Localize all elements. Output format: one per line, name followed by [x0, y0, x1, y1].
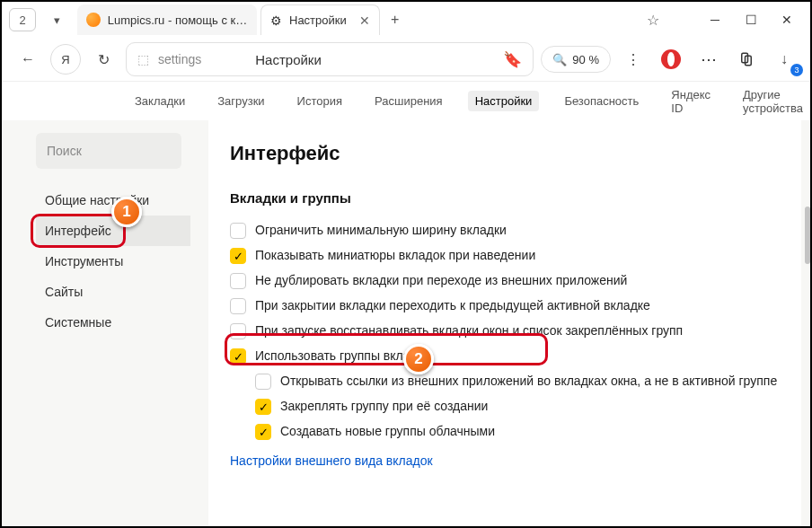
- option-label: При запуске восстанавливать вкладки окон…: [255, 323, 683, 338]
- tab-title: Настройки: [289, 13, 347, 27]
- reload-button[interactable]: ↻: [88, 44, 119, 75]
- extension-icon[interactable]: [731, 44, 762, 75]
- option-label: Ограничить минимальную ширину вкладки: [255, 223, 507, 237]
- tab-strip: 2 ▾ Lumpics.ru - помощь с ком ⚙ Настройк…: [2, 2, 810, 38]
- address-bar[interactable]: ⬚ settings Настройки 🔖: [126, 42, 534, 76]
- option-row[interactable]: При закрытии вкладки переходить к предыд…: [230, 294, 780, 319]
- sidebar-item-tools[interactable]: Инструменты: [36, 246, 190, 277]
- sidebar-item-label: Интерфейс: [45, 224, 111, 238]
- option-row[interactable]: При запуске восстанавливать вкладки окон…: [230, 319, 780, 344]
- nav-extensions[interactable]: Расширения: [367, 91, 450, 111]
- bookmark-icon[interactable]: 🔖: [503, 50, 522, 69]
- downloads-button[interactable]: ↓ 3: [769, 44, 799, 75]
- settings-content: Поиск Общие настройки Интерфейс Инструме…: [2, 120, 810, 526]
- shield-icon: ⬚: [137, 52, 149, 66]
- checkbox[interactable]: [230, 323, 246, 339]
- scrollbar-thumb[interactable]: [805, 207, 810, 264]
- option-label: При закрытии вкладки переходить к предыд…: [255, 298, 650, 312]
- zoom-icon: 🔍: [552, 53, 567, 66]
- tab-dropdown[interactable]: ▾: [45, 8, 68, 31]
- settings-nav: Закладки Загрузки История Расширения Нас…: [2, 81, 810, 120]
- option-row[interactable]: Ограничить минимальную ширину вкладки: [230, 218, 780, 243]
- nav-security[interactable]: Безопасность: [557, 91, 646, 111]
- address-text: settings: [158, 52, 201, 66]
- tab-title: Lumpics.ru - помощь с ком: [108, 13, 248, 27]
- checkbox[interactable]: [230, 273, 246, 289]
- nav-downloads[interactable]: Загрузки: [210, 91, 271, 111]
- new-tab-button[interactable]: +: [384, 8, 407, 31]
- checkbox[interactable]: [255, 374, 271, 390]
- favicon-lumpics-icon: [86, 13, 101, 27]
- page-heading: Интерфейс: [230, 142, 780, 165]
- close-window-button[interactable]: ✕: [771, 4, 803, 36]
- nav-yandex-id[interactable]: Яндекс ID: [664, 84, 718, 119]
- sidebar-item-sites[interactable]: Сайты: [36, 277, 190, 307]
- annotation-badge-2: 2: [403, 344, 434, 374]
- settings-sidebar: Поиск Общие настройки Интерфейс Инструме…: [2, 120, 190, 526]
- checkbox[interactable]: ✓: [255, 399, 271, 415]
- option-row[interactable]: Открывать ссылки из внешних приложений в…: [255, 369, 780, 394]
- gear-icon: ⚙: [270, 13, 282, 28]
- minimize-button[interactable]: ─: [699, 4, 731, 36]
- checkbox[interactable]: ✓: [255, 424, 271, 440]
- nav-bookmarks[interactable]: Закладки: [128, 91, 192, 111]
- nav-settings[interactable]: Настройки: [468, 91, 540, 111]
- zoom-indicator[interactable]: 🔍 90 %: [541, 46, 611, 73]
- maximize-button[interactable]: ☐: [735, 4, 767, 36]
- settings-search-input[interactable]: Поиск: [36, 133, 181, 169]
- tab-counter[interactable]: 2: [9, 8, 36, 31]
- download-icon: ↓: [781, 51, 788, 67]
- nav-history[interactable]: История: [290, 91, 349, 111]
- appearance-settings-link[interactable]: Настройки внешнего вида вкладок: [230, 444, 780, 468]
- adblock-icon[interactable]: [656, 44, 686, 75]
- checkbox[interactable]: [230, 298, 246, 314]
- option-row[interactable]: ✓ Закреплять группу при её создании: [255, 394, 780, 419]
- tab-lumpics[interactable]: Lumpics.ru - помощь с ком: [77, 4, 257, 35]
- annotation-badge-1: 1: [111, 197, 142, 227]
- checkbox[interactable]: ✓: [230, 348, 246, 365]
- toolbar: ← Я ↻ ⬚ settings Настройки 🔖 🔍 90 % ⋮ ⋯ …: [2, 38, 810, 81]
- search-placeholder: Поиск: [47, 144, 82, 158]
- option-row[interactable]: ✓ Показывать миниатюры вкладок при навед…: [230, 243, 780, 268]
- option-label: Не дублировать вкладки при переходе из в…: [255, 273, 627, 287]
- sidebar-item-system[interactable]: Системные: [36, 307, 190, 338]
- option-row-use-tab-groups[interactable]: ✓ Использовать группы вкладок: [230, 344, 780, 369]
- back-button[interactable]: ←: [13, 44, 43, 75]
- checkbox[interactable]: [230, 223, 246, 239]
- option-row[interactable]: ✓ Создавать новые группы облачными: [255, 419, 780, 444]
- option-row[interactable]: Не дублировать вкладки при переходе из в…: [230, 268, 780, 294]
- option-label: Открывать ссылки из внешних приложений в…: [280, 374, 777, 388]
- download-count-badge: 3: [790, 64, 803, 76]
- option-label: Создавать новые группы облачными: [280, 424, 495, 438]
- address-label: Настройки: [255, 52, 322, 67]
- close-icon[interactable]: ✕: [359, 13, 370, 28]
- option-label: Показывать миниатюры вкладок при наведен…: [255, 248, 535, 262]
- zoom-value: 90 %: [572, 53, 599, 66]
- more-icon[interactable]: ⋯: [693, 44, 724, 75]
- tab-settings[interactable]: ⚙ Настройки ✕: [260, 4, 380, 35]
- settings-main: Интерфейс Вкладки и группы Ограничить ми…: [208, 120, 801, 526]
- option-label: Закреплять группу при её создании: [280, 399, 488, 413]
- bookmark-hint-icon[interactable]: ☆: [647, 12, 659, 29]
- nav-other-devices[interactable]: Другие устройства: [736, 84, 810, 119]
- yandex-home-button[interactable]: Я: [50, 44, 81, 75]
- checkbox[interactable]: ✓: [230, 248, 246, 264]
- section-heading: Вкладки и группы: [230, 190, 780, 206]
- kebab-menu[interactable]: ⋮: [618, 44, 649, 75]
